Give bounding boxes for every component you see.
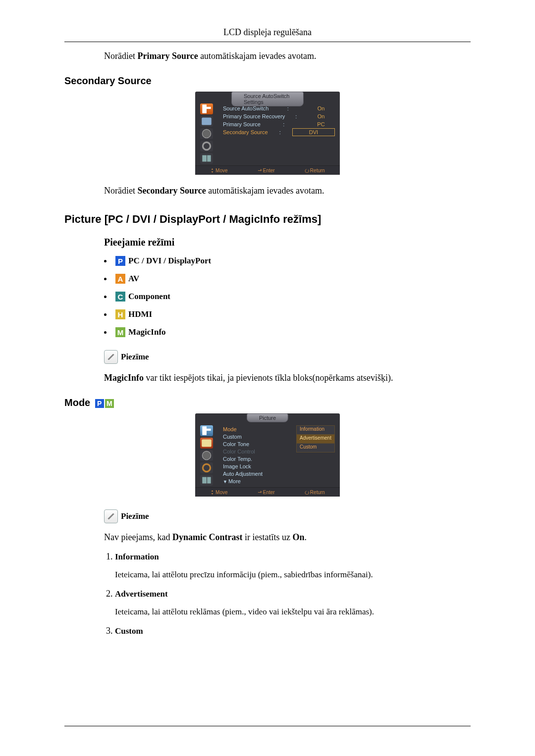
setup-icon	[200, 141, 213, 151]
osd-menu: Source AutoSwitch:On Primary Source Reco…	[223, 104, 335, 164]
osd-bottom-bar: Move Enter Return	[195, 487, 340, 497]
primary-source-text: Norādiet Primary Source automātiskajam i…	[104, 51, 471, 61]
available-modes-heading: Pieejamie režīmi	[104, 237, 471, 248]
svg-point-6	[202, 451, 211, 459]
sound-icon	[200, 450, 213, 461]
enter-hint: Enter	[258, 168, 275, 173]
move-hint: Move	[210, 490, 227, 495]
note-row-2: Piezīme	[104, 509, 471, 523]
mode-pc: PPC / DVI / DisplayPort	[104, 256, 471, 266]
list-item: Advertisement Ieteicama, lai attēlotu re…	[115, 589, 471, 617]
osd-source-autoswitch: Source AutoSwitch Settings Source AutoSw…	[195, 92, 340, 175]
modes-list: PPC / DVI / DisplayPort AAV CComponent H…	[104, 256, 471, 337]
osd-menu-list: Mode Custom Color Tone Color Control Col…	[223, 426, 263, 486]
p-icon-inline: P	[95, 399, 104, 408]
svg-rect-4	[207, 155, 211, 162]
svg-point-2	[203, 142, 210, 150]
c-icon: C	[115, 292, 125, 302]
list-item: Information Ieteicama, lai attēlotu prec…	[115, 552, 471, 580]
mode-heading: Mode P M	[64, 397, 471, 408]
list-item: Custom	[115, 626, 471, 636]
h-icon: H	[115, 309, 125, 319]
a-icon: A	[115, 274, 125, 284]
mode-component: CComponent	[104, 292, 471, 302]
input-icon	[200, 425, 213, 436]
osd-bottom-bar: Move Enter Return	[195, 165, 340, 175]
picture-icon	[200, 116, 213, 127]
secondary-source-text: Norādiet Secondary Source automātiskajam…	[104, 186, 471, 196]
m-icon-inline: M	[105, 399, 114, 408]
osd-title: Picture	[247, 413, 288, 422]
picture-icon	[200, 438, 213, 449]
multi-icon	[200, 475, 213, 486]
svg-rect-9	[207, 477, 211, 484]
return-hint: Return	[305, 490, 325, 495]
osd-submenu: Information Advertisement Custom	[296, 425, 335, 452]
picture-heading: Picture [PC / DVI / DisplayPort / MagicI…	[64, 213, 471, 226]
svg-point-7	[203, 464, 210, 471]
svg-rect-5	[202, 439, 212, 447]
osd-picture: Picture Mode Custom Color Tone Color Con…	[195, 413, 340, 497]
setup-icon	[200, 462, 213, 473]
svg-rect-0	[202, 117, 212, 125]
m-icon: M	[115, 327, 125, 337]
move-hint: Move	[210, 168, 227, 173]
mode-av: AAV	[104, 274, 471, 284]
note-icon	[104, 350, 118, 364]
svg-rect-8	[202, 477, 207, 484]
dynamic-contrast-note: Nav pieejams, kad Dynamic Contrast ir ie…	[104, 532, 471, 543]
multi-icon	[200, 153, 213, 164]
page-header: LCD displeja regulēšana	[64, 27, 471, 42]
input-icon	[200, 103, 213, 114]
mode-hdmi: HHDMI	[104, 309, 471, 319]
enter-hint: Enter	[258, 490, 275, 495]
osd-side-icons	[200, 103, 217, 164]
footer-divider	[64, 726, 471, 726]
note-icon	[104, 509, 118, 523]
magicinfo-note-text: MagicInfo var tikt iespējots tikai, ja p…	[104, 373, 471, 383]
mode-options-list: Information Ieteicama, lai attēlotu prec…	[104, 552, 471, 636]
svg-point-1	[202, 129, 211, 138]
p-icon: P	[115, 256, 125, 266]
osd-side-icons	[200, 425, 217, 486]
svg-rect-3	[202, 155, 207, 162]
secondary-source-heading: Secondary Source	[64, 75, 471, 87]
mode-magicinfo: MMagicInfo	[104, 327, 471, 337]
sound-icon	[200, 128, 213, 139]
note-row-1: Piezīme	[104, 350, 471, 364]
return-hint: Return	[305, 168, 325, 173]
